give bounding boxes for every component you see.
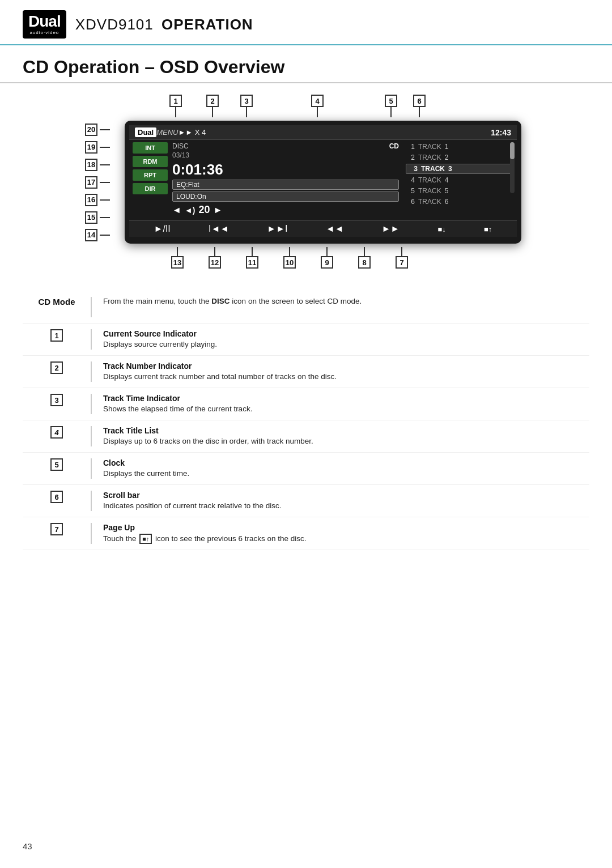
desc-callout-7: 7 [50,523,63,535]
desc-sub-7: Touch the ■↑ icon to see the previous 6 … [103,534,589,544]
page-number: 43 [23,841,32,851]
desc-label-1: 1 [23,329,91,342]
desc-content-5: Clock Displays the current time. [92,458,589,478]
desc-item-4: 4 Track Title List Displays up to 6 trac… [23,420,589,453]
bottom-callout-12: 12 [196,247,233,269]
diagram-section: 1 2 3 4 [0,83,612,274]
prev-track-btn[interactable]: I◄◄ [209,224,229,234]
desc-content-1: Current Source Indicator Displays source… [92,329,589,348]
bottom-callouts-row: 13 12 11 10 9 [85,244,527,269]
desc-cd-mode-label: CD Mode [23,297,91,307]
callout-num-2: 2 [206,95,219,107]
desc-content-6: Scroll bar Indicates position of current… [92,491,589,510]
top-callout-3: 3 [232,95,261,117]
track-index: 1 [445,143,449,151]
desc-callout-3: 3 [50,394,63,406]
desc-content-4: Track Title List Displays up to 6 tracks… [92,426,589,445]
description-section: CD Mode From the main menu, touch the DI… [0,280,612,561]
left-callout-18: 18 [85,159,116,171]
desc-title-3: Track Time Indicator [103,394,589,403]
left-callouts: 20 19 18 17 16 [85,121,119,244]
desc-label-4: 4 [23,426,91,439]
callout-num-11: 11 [246,256,258,269]
desc-sub-5: Displays the current time. [103,469,589,478]
callout-num-7: 7 [396,256,408,269]
desc-item-7: 7 Page Up Touch the ■↑ icon to see the p… [23,517,589,550]
fast-fwd-btn[interactable]: ►► [382,224,400,234]
page-up-btn[interactable]: ■↑ [484,225,492,233]
top-callout-4: 4 [261,95,374,117]
track-index: 4 [445,176,449,184]
track-index: 6 [445,198,449,206]
top-callout-5: 5 [374,95,408,117]
track-item-5[interactable]: 5 TRACK 5 [406,186,513,195]
track-label: TRACK [418,198,441,206]
screen-source-row: DISC CD [172,142,399,150]
track-item-3-active[interactable]: 3 TRACK 3 [406,164,513,174]
callout-num-1: 1 [169,95,182,107]
track-item-6[interactable]: 6 TRACK 6 [406,197,513,206]
desc-label-2: 2 [23,361,91,374]
desc-cd-mode-content: From the main menu, touch the DISC icon … [92,297,589,305]
desc-callout-2: 2 [50,361,63,374]
rpt-button[interactable]: RPT [133,169,168,181]
screen-eq[interactable]: EQ:Flat [172,180,399,190]
next-track-btn[interactable]: ►►I [267,224,287,234]
vol-left-arrow: ◄ [172,205,181,215]
track-item-1[interactable]: 1 TRACK 1 [406,142,513,151]
track-index: 5 [445,187,449,195]
track-label: TRACK [418,143,441,151]
desc-sub-1: Displays source currently playing. [103,340,589,348]
desc-title-1: Current Source Indicator [103,329,589,338]
scroll-bar[interactable] [510,142,515,193]
top-callout-1: 1 [159,95,193,117]
screen-loud[interactable]: LOUD:On [172,192,399,202]
int-button[interactable]: INT [133,142,168,154]
top-callouts-row: 1 2 3 4 [85,95,527,121]
top-callout-6: 6 [408,95,431,117]
bottom-callout-7: 7 [383,247,420,269]
desc-title-4: Track Title List [103,426,589,435]
track-item-2[interactable]: 2 TRACK 2 [406,153,513,162]
header: Dual audio·video XDVD9101 OPERATION [0,0,612,45]
callout-num-3: 3 [240,95,253,107]
screen-controls: ►/II I◄◄ ►►I ◄◄ ►► ■↓ ■↑ [129,220,517,237]
callout-num-4: 4 [311,95,324,107]
callout-num-10: 10 [283,256,296,269]
track-num: 4 [406,176,415,184]
desc-item-6: 6 Scroll bar Indicates position of curre… [23,485,589,517]
bottom-callout-9: 9 [308,247,346,269]
desc-callout-6: 6 [50,491,63,503]
page-down-btn[interactable]: ■↓ [437,225,445,233]
left-callout-20: 20 [85,124,116,136]
desc-sub-6: Indicates position of current track rela… [103,501,589,510]
screen-mode: CD [389,142,399,150]
desc-title-5: Clock [103,458,589,467]
callout-num-13: 13 [171,256,184,269]
device-row: 20 19 18 17 16 [85,121,527,244]
dir-button[interactable]: DIR [133,183,168,194]
page-title: CD Operation – OSD Overview [0,51,612,83]
model-name: XDVD9101 [75,16,154,33]
rewind-btn[interactable]: ◄◄ [326,224,344,234]
screen-track-list: 1 TRACK 1 2 TRACK 2 3 TRACK 3 [403,140,517,220]
play-pause-btn[interactable]: ►/II [154,224,171,234]
desc-cd-mode-sub: From the main menu, touch the DISC icon … [103,297,589,305]
screen-volume[interactable]: ◄ ◄) 20 ► [172,204,399,216]
desc-content-7: Page Up Touch the ■↑ icon to see the pre… [92,523,589,544]
screen-timer: 0:01:36 [172,161,399,178]
desc-callout-5: 5 [50,458,63,471]
vol-right-arrow: ► [213,205,222,215]
rdm-button[interactable]: RDM [133,156,168,167]
desc-callout-4: 4 [50,426,63,439]
callout-num-5: 5 [385,95,397,107]
callout-num-12: 12 [209,256,221,269]
track-item-4[interactable]: 4 TRACK 4 [406,176,513,185]
desc-content-2: Track Number Indicator Displays current … [92,361,589,381]
cd-mode-text: CD Mode [39,297,75,307]
track-num: 6 [406,198,415,206]
desc-sub-4: Displays up to 6 tracks on the disc in o… [103,437,589,445]
callout-num-20: 20 [85,124,97,136]
callout-num-9: 9 [321,256,333,269]
logo-text: Dual [28,12,61,30]
